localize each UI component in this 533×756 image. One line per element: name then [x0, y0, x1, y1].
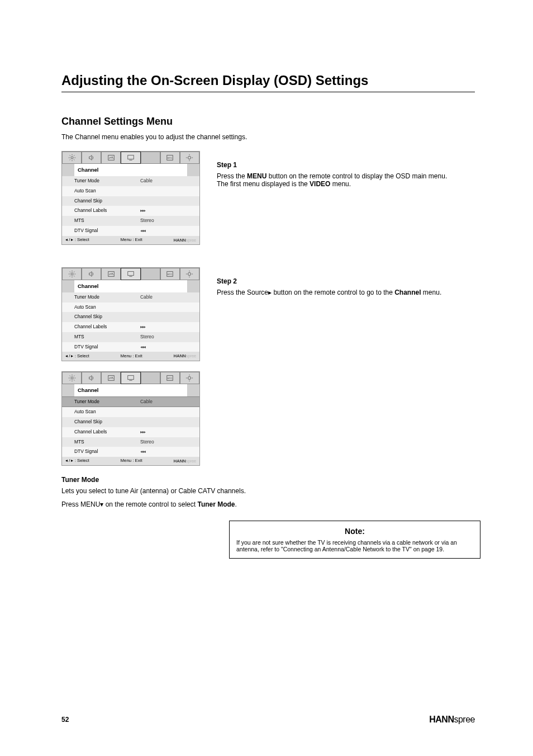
- osd-item: Auto Scan: [62, 407, 199, 417]
- osd-item-label: Channel Skip: [74, 314, 140, 320]
- svg-text:ETC: ETC: [168, 376, 173, 379]
- osd-item-label: MTS: [74, 334, 140, 341]
- osd-item: Channel Labels: [62, 322, 199, 332]
- note-title: Note:: [236, 527, 473, 536]
- hannspree-logo: HANNspree: [429, 715, 475, 725]
- osd-category: Channel: [74, 384, 187, 396]
- svg-rect-28: [108, 271, 115, 276]
- svg-text:ETC: ETC: [168, 273, 173, 276]
- osd-tab etc-icon: ETC: [160, 268, 180, 280]
- svg-point-19: [70, 273, 73, 275]
- svg-line-25: [74, 276, 74, 276]
- osd-item: MTSStereo: [62, 332, 199, 342]
- osd-panel: ETCChannelTuner ModeCableAuto ScanChanne…: [61, 267, 200, 361]
- osd-tab picture-icon: [101, 152, 121, 164]
- osd-panel: ETCChannelTuner ModeCableAuto ScanChanne…: [61, 151, 200, 245]
- osd-tab tv-icon: [121, 152, 140, 164]
- osd-item: DTV Signal: [62, 342, 199, 352]
- osd-item-value: [140, 198, 194, 205]
- page-number: 52: [61, 716, 69, 724]
- osd-item-value: [140, 448, 194, 455]
- osd-item-value: Stereo: [140, 334, 194, 341]
- banner-arrow-right: [187, 164, 199, 176]
- osd-tab brightness-icon: [62, 372, 82, 384]
- svg-line-27: [74, 271, 74, 272]
- footer-hint-select: ◂ / ▸ : Select: [65, 458, 89, 464]
- osd-item-label: MTS: [74, 218, 140, 224]
- osd-item: Tuner ModeCable: [62, 176, 199, 186]
- osd-tab spacer: [141, 372, 160, 384]
- svg-text:ETC: ETC: [168, 157, 173, 159]
- osd-tab gear-icon: [180, 372, 199, 384]
- footer-hint-select: ◂ / ▸ : Select: [65, 237, 89, 243]
- osd-tab gear-icon: [180, 152, 199, 164]
- osd-item-value: [140, 324, 194, 330]
- osd-item-label: DTV Signal: [74, 344, 140, 351]
- osd-item-value: [140, 207, 194, 214]
- osd-item: DTV Signal: [62, 226, 199, 236]
- osd-item-label: Tuner Mode: [74, 294, 140, 301]
- svg-line-45: [69, 380, 70, 380]
- osd-tab gear-icon: [180, 268, 199, 280]
- svg-point-33: [188, 272, 191, 275]
- osd-tab brightness-icon: [62, 268, 82, 280]
- osd-tab speaker-icon: [82, 372, 101, 384]
- osd-item-label: Tuner Mode: [74, 178, 140, 185]
- osd-item-label: Auto Scan: [74, 409, 140, 415]
- osd-item-value: Cable: [140, 178, 194, 185]
- osd-item-value: Cable: [140, 399, 194, 405]
- osd-tab speaker-icon: [82, 152, 101, 164]
- osd-category: Channel: [74, 280, 187, 292]
- osd-item-label: MTS: [74, 439, 140, 446]
- osd-item-value: Cable: [140, 294, 194, 301]
- banner-arrow-left: [62, 164, 74, 176]
- section-heading: Channel Settings Menu: [61, 116, 475, 127]
- step2-label: Step 2: [217, 277, 451, 285]
- title-divider: [61, 92, 475, 92]
- osd-item-value: Stereo: [140, 218, 194, 224]
- tuner-mode-desc: Lets you select to tune Air (antenna) or…: [61, 487, 475, 495]
- arrow-right-icon: [140, 429, 145, 434]
- tuner-mode-instr: Press MENU▾ on the remote control to sel…: [61, 500, 475, 508]
- footer-hint-exit: Menu : Exit: [121, 353, 142, 360]
- arrow-left-icon: [140, 344, 145, 349]
- osd-tab etc-icon: ETC: [160, 152, 180, 164]
- osd-category: Channel: [74, 164, 187, 176]
- osd-item-value: [140, 314, 194, 320]
- arrow-right-icon: [140, 207, 145, 213]
- svg-line-43: [69, 375, 70, 376]
- osd-footer: ◂ / ▸ : SelectMenu : ExitHANNspree: [62, 457, 199, 465]
- osd-item-label: DTV Signal: [74, 448, 140, 455]
- note-body: If you are not sure whether the TV is re…: [236, 539, 473, 552]
- note-box: Note: If you are not sure whether the TV…: [229, 521, 480, 559]
- svg-rect-48: [128, 375, 134, 379]
- osd-tab speaker-icon: [82, 268, 101, 280]
- osd-tab spacer: [141, 152, 160, 164]
- banner-arrow-left: [62, 384, 74, 396]
- osd-item: Channel Skip: [62, 196, 199, 206]
- banner-arrow-right: [187, 384, 199, 396]
- osd-item-label: DTV Signal: [74, 228, 140, 234]
- osd-panel: ETCChannelTuner ModeCableAuto ScanChanne…: [61, 371, 200, 466]
- svg-line-24: [69, 271, 70, 272]
- osd-tab picture-icon: [101, 268, 121, 280]
- osd-item: MTSStereo: [62, 437, 199, 447]
- svg-line-46: [74, 375, 74, 376]
- svg-line-5: [69, 155, 70, 156]
- osd-item: Channel Skip: [62, 417, 199, 427]
- osd-tab picture-icon: [101, 372, 121, 384]
- osd-item: MTSStereo: [62, 216, 199, 226]
- osd-footer: ◂ / ▸ : SelectMenu : ExitHANNspree: [62, 352, 199, 360]
- footer-hint-select: ◂ / ▸ : Select: [65, 353, 89, 360]
- osd-tab brightness-icon: [62, 152, 82, 164]
- page-title: Adjusting the On-Screen Display (OSD) Se…: [61, 73, 475, 88]
- osd-item: Channel Skip: [62, 312, 199, 322]
- osd-item-value: [140, 419, 194, 426]
- svg-rect-29: [128, 271, 134, 275]
- arrow-left-icon: [140, 228, 145, 233]
- osd-tab tv-icon: [121, 372, 140, 384]
- osd-item-label: Channel Labels: [74, 324, 140, 330]
- svg-point-0: [70, 157, 73, 159]
- banner-arrow-right: [187, 280, 199, 292]
- osd-footer: ◂ / ▸ : SelectMenu : ExitHANNspree: [62, 236, 199, 244]
